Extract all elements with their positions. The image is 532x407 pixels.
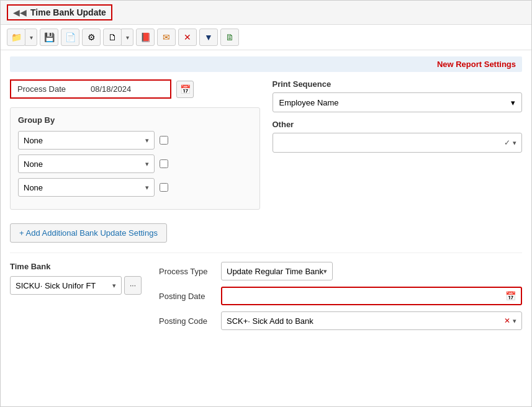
chevron-icon-3: ▾ [145, 184, 149, 192]
time-bank-chevron: ▾ [112, 282, 116, 290]
group-by-section: Group By None ▾ None ▾ [10, 107, 260, 210]
settings-button[interactable]: ⚙ [82, 29, 101, 46]
filter-button[interactable]: ▼ [199, 29, 218, 46]
process-type-label: Process Type [159, 267, 215, 276]
main-window: ◀◀ Time Bank Update 📁 ▾ 💾 📄 ⚙ 🗋 ▾ 📕 ✉ ✕ … [0, 0, 532, 407]
process-date-value: 08/18/2024 [91, 84, 131, 94]
process-type-value: Update Regular Time Bank [227, 267, 323, 276]
group-by-select-2[interactable]: None ▾ [18, 154, 155, 173]
process-date-field[interactable]: Process Date 08/18/2024 [10, 79, 171, 99]
print-sequence-select[interactable]: Employee Name ▾ [273, 92, 523, 112]
check-icon: ✓ [504, 138, 510, 147]
process-date-row: Process Date 08/18/2024 📅 [10, 79, 260, 99]
content-area: New Report Settings Process Date 08/18/2… [1, 50, 531, 406]
process-date-calendar-btn[interactable]: 📅 [176, 81, 194, 98]
top-section-row: Process Date 08/18/2024 📅 Group By None … [10, 79, 522, 210]
posting-code-select[interactable]: SCK+· Sick Add to Bank ✕ ▾ [221, 311, 522, 330]
process-section: Process Type Update Regular Time Bank ▾ … [159, 262, 522, 330]
save-button[interactable]: 💾 [40, 29, 58, 46]
process-type-chevron: ▾ [323, 267, 327, 275]
left-column: Process Date 08/18/2024 📅 Group By None … [10, 79, 260, 210]
process-type-select[interactable]: Update Regular Time Bank ▾ [221, 262, 333, 280]
posting-date-calendar-icon: 📅 [505, 291, 516, 301]
add-settings-btn-wrapper: + Add Additional Bank Update Settings [10, 217, 522, 253]
title-bar: ◀◀ Time Bank Update [1, 1, 531, 25]
close-x-button[interactable]: ✕ [178, 29, 197, 46]
document-button[interactable]: 📄 [61, 29, 79, 46]
print-sequence-label: Print Sequence [273, 79, 523, 89]
pdf-button[interactable]: 📕 [136, 29, 155, 46]
posting-code-row: Posting Code SCK+· Sick Add to Bank ✕ ▾ [159, 311, 522, 330]
other-field[interactable]: ✓ ▾ [273, 133, 523, 153]
process-date-label: Process Date [17, 84, 66, 94]
group-by-checkbox-3[interactable] [160, 183, 168, 192]
bottom-section: Time Bank SICKU· Sick Unifor FT ▾ ··· Pr… [10, 253, 522, 330]
add-settings-button[interactable]: + Add Additional Bank Update Settings [10, 223, 167, 243]
toolbar: 📁 ▾ 💾 📄 ⚙ 🗋 ▾ 📕 ✉ ✕ ▼ 🗎 [1, 25, 531, 50]
posting-code-label: Posting Code [159, 316, 215, 326]
group-by-select-3[interactable]: None ▾ [18, 178, 155, 197]
posting-date-row: Posting Date 📅 [159, 287, 522, 305]
posting-code-clear-btn[interactable]: ✕ [504, 316, 510, 325]
group-by-row-2: None ▾ [18, 154, 252, 173]
posting-date-field[interactable]: 📅 [221, 287, 522, 305]
group-by-checkbox-1[interactable] [160, 136, 168, 145]
posting-code-value: SCK+· Sick Add to Bank [227, 316, 313, 326]
group-by-value-3: None [24, 183, 43, 192]
report-settings-bar: New Report Settings [10, 56, 522, 72]
group-by-value-1: None [24, 136, 43, 145]
time-bank-select[interactable]: SICKU· Sick Unifor FT ▾ [10, 276, 122, 295]
right-column: Print Sequence Employee Name ▾ Other ✓ ▾ [273, 79, 523, 210]
posting-date-label: Posting Date [159, 292, 215, 301]
print-sequence-value: Employee Name [279, 98, 339, 107]
new-doc-button[interactable]: 🗋 [103, 29, 122, 46]
time-bank-dots-btn[interactable]: ··· [124, 276, 142, 295]
group-by-checkbox-2[interactable] [160, 159, 168, 168]
group-by-select-1[interactable]: None ▾ [18, 131, 155, 150]
group-by-row-3: None ▾ [18, 178, 252, 197]
other-section: Other ✓ ▾ [273, 120, 523, 153]
print-sequence-section: Print Sequence Employee Name ▾ [273, 79, 523, 112]
time-bank-value: SICKU· Sick Unifor FT [16, 281, 96, 290]
report-button[interactable]: 🗎 [220, 29, 239, 46]
process-type-row: Process Type Update Regular Time Bank ▾ [159, 262, 522, 280]
email-button[interactable]: ✉ [157, 29, 176, 46]
time-bank-row: SICKU· Sick Unifor FT ▾ ··· [10, 276, 147, 295]
title-border: ◀◀ Time Bank Update [7, 4, 112, 20]
print-sequence-chevron: ▾ [511, 98, 515, 107]
posting-code-chevron: ▾ [513, 317, 516, 325]
group-by-value-2: None [24, 159, 43, 169]
other-label: Other [273, 120, 523, 129]
report-settings-label: New Report Settings [437, 60, 516, 69]
group-by-label: Group By [18, 115, 252, 125]
chevron-icon-1: ▾ [145, 136, 149, 145]
new-doc-dropdown[interactable]: ▾ [121, 29, 133, 46]
group-by-row-1: None ▾ [18, 131, 252, 150]
folder-button[interactable]: 📁 [7, 29, 25, 46]
back-icon: ◀◀ [13, 7, 27, 17]
chevron-icon-2: ▾ [145, 160, 149, 168]
time-bank-section: Time Bank SICKU· Sick Unifor FT ▾ ··· [10, 262, 147, 330]
add-settings-label: + Add Additional Bank Update Settings [19, 228, 158, 238]
folder-dropdown[interactable]: ▾ [25, 29, 37, 46]
window-title: Time Bank Update [30, 7, 106, 17]
other-chevron: ▾ [513, 139, 516, 147]
time-bank-label: Time Bank [10, 262, 147, 271]
